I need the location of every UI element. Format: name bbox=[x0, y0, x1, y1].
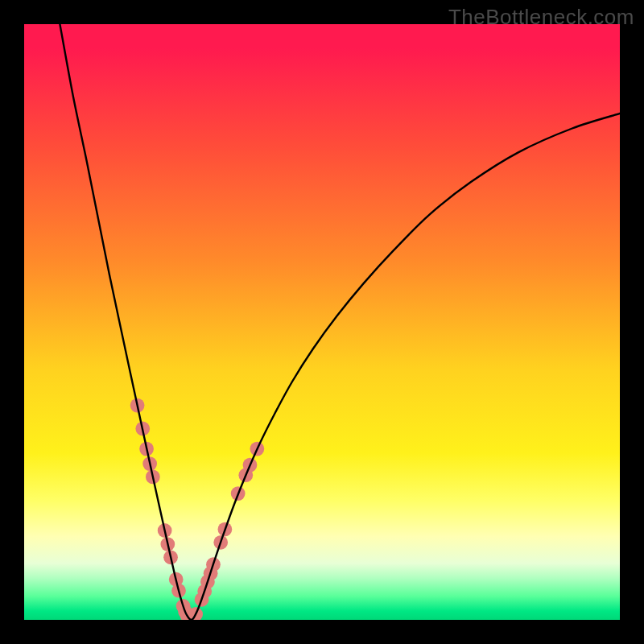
watermark-text: TheBottleneck.com bbox=[448, 5, 634, 30]
chart-svg bbox=[24, 24, 620, 620]
outer-frame: TheBottleneck.com bbox=[0, 0, 644, 644]
plot-area bbox=[24, 24, 620, 620]
marker-layer bbox=[130, 398, 265, 620]
bottleneck-curve bbox=[60, 24, 620, 620]
